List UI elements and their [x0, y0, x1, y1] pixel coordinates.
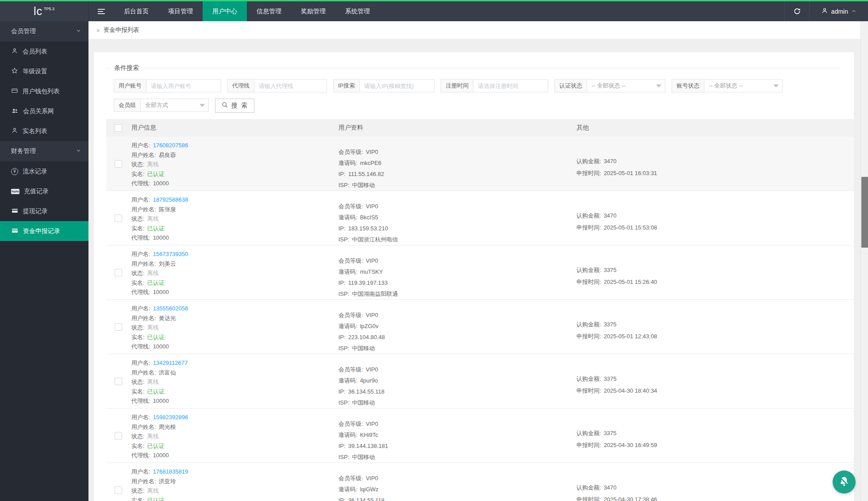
agent-line-value: 10000	[153, 234, 169, 241]
sidebar-item-label: 充值记录	[24, 187, 49, 195]
agent-line-value: 10000	[153, 398, 169, 404]
admin-menu[interactable]: admin	[809, 1, 868, 21]
nav-item-system[interactable]: 系统管理	[335, 1, 380, 21]
username-link[interactable]: 13429112677	[153, 359, 188, 366]
declare-time-value: 2025-05-01 16:03:31	[604, 170, 657, 176]
row-checkbox[interactable]	[115, 378, 122, 385]
sidebar-item-user-wallets[interactable]: 用户钱包列表	[0, 81, 88, 101]
search-icon	[221, 101, 229, 110]
row-checkbox[interactable]	[115, 323, 122, 331]
username-link[interactable]: 15982392896	[153, 414, 188, 421]
verify-badge: 已认证	[147, 334, 165, 340]
logo-text: lc	[34, 5, 42, 18]
scrollbar-thumb[interactable]	[861, 177, 868, 248]
sidebar-item-label: 提现记录	[23, 207, 48, 215]
row-checkbox[interactable]	[115, 432, 122, 440]
row-checkbox[interactable]	[115, 160, 122, 168]
field-label: 认证状态	[554, 79, 587, 92]
realname-value: 陈张泉	[159, 206, 176, 213]
sidebar-item-member-list[interactable]: 会员列表	[0, 42, 88, 61]
field-ip-search: IP搜索	[333, 79, 434, 92]
row-checkbox[interactable]	[115, 269, 122, 276]
username-link[interactable]: 18792588638	[153, 196, 188, 203]
ip-value: 111.55.146.82	[348, 171, 384, 177]
invite-code-value: mkcPE6	[360, 160, 381, 166]
isp-value: 中国浙江杭州电信	[352, 236, 398, 243]
agent-line-value: 10000	[153, 452, 169, 459]
search-button[interactable]: 搜 索	[215, 99, 254, 113]
breadcrumb-marker: »	[96, 27, 100, 34]
bell-slash-icon	[838, 475, 850, 489]
isp-value: 中国移动	[352, 182, 375, 188]
ip-search-input[interactable]	[359, 79, 434, 92]
verify-status-select[interactable]: -- 全部状态 --	[587, 79, 665, 92]
realname-value: 刘美云	[159, 260, 176, 267]
nav-item-rewards[interactable]: 奖励管理	[291, 1, 335, 21]
amount-value: 3375	[604, 375, 617, 382]
row-checkbox[interactable]	[115, 486, 122, 494]
row-checkbox[interactable]	[115, 214, 122, 222]
sidebar-item-flow-records[interactable]: ¥ 流水记录	[0, 161, 88, 181]
caret-down-icon	[656, 84, 661, 88]
username-link[interactable]: 13555602056	[153, 305, 188, 312]
sidebar-item-recharge-records[interactable]: PayPal 充值记录	[0, 181, 88, 201]
field-account-status: 账号状态 -- 全部状态 --	[672, 79, 783, 92]
level-value: VIP0	[366, 475, 378, 482]
header-user-profile: 用户资料	[338, 124, 576, 132]
isp-value: 中国移动	[352, 454, 375, 460]
username-link[interactable]: 17608207586	[153, 142, 188, 149]
nav-item-info[interactable]: 信息管理	[247, 1, 291, 21]
sidebar-group-members[interactable]: 会员管理	[0, 21, 88, 42]
vertical-scrollbar[interactable]	[860, 21, 868, 501]
invite-code-value: lpZG0v	[360, 323, 379, 329]
sidebar-item-label: 等级设置	[23, 68, 47, 76]
status-value: 离线	[147, 270, 159, 276]
nav-item-projects[interactable]: 项目管理	[158, 1, 203, 21]
status-value: 离线	[147, 324, 159, 331]
field-label: 会员组	[114, 99, 140, 112]
amount-value: 3375	[604, 430, 617, 436]
table-row: 用户名:15982392896 用户姓名:周光根 状态:离线 实名:已认证 代理…	[106, 409, 854, 463]
field-label: 账号状态	[672, 79, 704, 92]
sidebar-item-level-settings[interactable]: 等级设置	[0, 61, 88, 81]
register-time-input[interactable]	[473, 79, 548, 92]
refresh-button[interactable]	[784, 1, 809, 21]
sidebar-item-member-network[interactable]: 会员关系网	[0, 101, 88, 121]
nav-item-home[interactable]: 后台首页	[114, 1, 158, 21]
sidebar-item-fund-declare-records[interactable]: 资金申报记录	[0, 221, 88, 241]
search-button-label: 搜 索	[231, 102, 248, 110]
field-agent-line: 代理线	[227, 79, 327, 92]
invite-code-value: lqiGWz	[360, 486, 379, 493]
table-row: 用户名:13555602056 用户姓名:黄达光 状态:离线 实名:已认证 代理…	[106, 300, 854, 354]
member-group-select[interactable]: 全部方式	[140, 99, 209, 112]
sidebar-item-label: 会员列表	[23, 48, 47, 56]
header-user-info: 用户信息	[131, 124, 338, 132]
verify-badge: 已认证	[147, 497, 165, 501]
table-row: 用户名:13429112677 用户姓名:洪富仙 状态:离线 实名:已认证 代理…	[106, 354, 854, 409]
status-value: 离线	[147, 487, 159, 494]
notification-mute-button[interactable]	[833, 470, 856, 493]
nav-item-user-center[interactable]: 用户中心	[203, 1, 247, 21]
menu-toggle-icon[interactable]	[88, 1, 114, 21]
topbar-right: admin	[784, 1, 868, 21]
verify-badge: 已认证	[147, 279, 165, 286]
sidebar-item-label: 用户钱包列表	[23, 88, 60, 96]
invite-code-value: 4pur9o	[360, 377, 378, 384]
sidebar-group-finance[interactable]: 财务管理	[0, 141, 88, 161]
declare-time-value: 2025-04-30 17:38:46	[604, 496, 657, 501]
username-link[interactable]: 15673739350	[153, 251, 188, 257]
account-status-select[interactable]: -- 全部状态 --	[704, 79, 783, 92]
card-icon	[11, 207, 19, 216]
topbar: lc TP5.3 后台首页 项目管理 用户中心 信息管理 奖励管理 系统管理 a…	[0, 1, 868, 21]
select-all-checkbox[interactable]	[115, 124, 122, 132]
user-account-input[interactable]	[146, 79, 221, 92]
main-content: 条件搜索 用户账号 代理线 IP搜索 注册时间	[88, 39, 860, 501]
sidebar-item-withdraw-records[interactable]: 提现记录	[0, 201, 88, 221]
username-link[interactable]: 17681835819	[153, 468, 188, 475]
sidebar-item-realname-list[interactable]: 实名列表	[0, 121, 88, 141]
agent-line-input[interactable]	[254, 79, 327, 92]
refresh-icon	[793, 7, 801, 16]
yen-circle-icon: ¥	[11, 168, 18, 175]
declare-time-value: 2025-05-01 12:43:08	[604, 333, 657, 340]
top-nav: 后台首页 项目管理 用户中心 信息管理 奖励管理 系统管理	[114, 1, 380, 21]
